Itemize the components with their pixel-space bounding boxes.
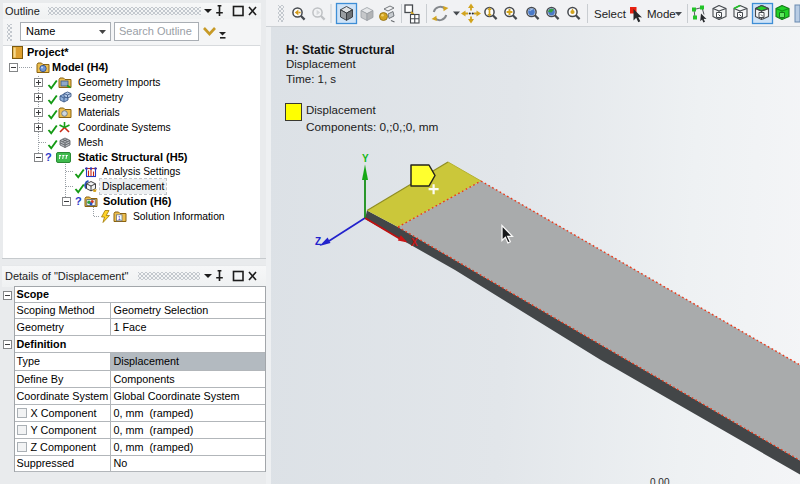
- svg-text:Mode: Mode: [647, 8, 676, 20]
- svg-text:X: X: [411, 237, 418, 248]
- svg-text:1: 1: [118, 215, 121, 221]
- svg-text:Z: Z: [315, 236, 321, 247]
- svg-text:Y: Y: [362, 153, 369, 164]
- svg-text:Select: Select: [594, 8, 627, 20]
